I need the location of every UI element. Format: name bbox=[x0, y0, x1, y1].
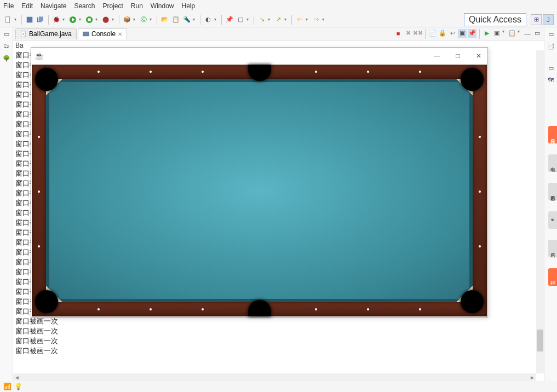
run-icon[interactable] bbox=[68, 15, 78, 25]
open-perspective-icon[interactable]: ⊞ bbox=[531, 14, 542, 25]
chevron-down-icon[interactable]: ▾ bbox=[150, 17, 154, 22]
open-console-icon[interactable]: ▣ bbox=[492, 29, 501, 38]
display-selected-icon[interactable]: ▶ bbox=[483, 29, 491, 38]
chevron-down-icon[interactable]: ▾ bbox=[95, 17, 100, 22]
pool-felt bbox=[46, 79, 473, 302]
chevron-down-icon[interactable]: ▾ bbox=[133, 17, 137, 22]
java-perspective-icon[interactable]: J bbox=[543, 14, 554, 25]
pool-table bbox=[32, 65, 487, 316]
pocket bbox=[35, 290, 58, 313]
vertical-scrollbar[interactable] bbox=[536, 50, 544, 373]
back-icon[interactable]: ⇦ bbox=[295, 15, 305, 25]
close-button[interactable]: ✕ bbox=[473, 52, 484, 60]
menu-search[interactable]: Search bbox=[74, 2, 95, 10]
left-trim-stack: ▭ 🗂 🌳 bbox=[0, 27, 13, 381]
new-package-icon[interactable]: 📦 bbox=[122, 15, 132, 25]
terminate-all-icon[interactable]: ✖ bbox=[404, 29, 412, 38]
java-app-window[interactable]: ☕ — □ ✕ bbox=[31, 47, 488, 318]
chevron-down-icon[interactable]: ▾ bbox=[502, 29, 507, 39]
open-task-icon[interactable]: 📋 bbox=[171, 15, 181, 25]
scroll-lock-icon[interactable]: 🔒 bbox=[438, 29, 447, 38]
chevron-down-icon[interactable]: ▾ bbox=[322, 17, 326, 22]
tab-bar: J BallGame.java Console ✕ ■ ✖ ✖✖ 📄 🔒 ↩ ▣… bbox=[13, 27, 544, 41]
tab-ballgame-java[interactable]: J BallGame.java bbox=[15, 28, 77, 39]
tab-label: Console bbox=[91, 30, 116, 38]
save-all-icon[interactable] bbox=[36, 15, 45, 25]
chevron-down-icon[interactable]: ▾ bbox=[14, 17, 19, 22]
chevron-down-icon[interactable]: ▾ bbox=[62, 17, 67, 22]
scroll-thumb[interactable] bbox=[537, 330, 543, 351]
save-icon[interactable] bbox=[25, 15, 35, 25]
side-tab[interactable]: 购客 bbox=[548, 183, 557, 200]
chevron-down-icon[interactable]: ▾ bbox=[284, 17, 289, 22]
maximize-button[interactable]: □ bbox=[452, 52, 463, 60]
chevron-down-icon[interactable]: ▾ bbox=[306, 17, 310, 22]
minimize-icon[interactable]: — bbox=[523, 29, 532, 38]
maximize-icon[interactable]: ▭ bbox=[533, 29, 542, 38]
external-tools-icon[interactable]: ⬤ bbox=[101, 15, 111, 25]
menu-project[interactable]: Project bbox=[102, 2, 123, 10]
close-icon[interactable]: ✕ bbox=[118, 31, 122, 37]
svg-rect-7 bbox=[88, 18, 90, 21]
svg-text:J: J bbox=[22, 32, 24, 36]
pin-console-icon[interactable]: 📌 bbox=[468, 29, 476, 38]
menu-file[interactable]: File bbox=[3, 2, 14, 10]
tab-console[interactable]: Console ✕ bbox=[78, 28, 127, 39]
scroll-right-icon[interactable]: ► bbox=[530, 374, 535, 381]
coverage-icon[interactable] bbox=[84, 15, 94, 25]
chevron-down-icon[interactable]: ▾ bbox=[214, 17, 219, 22]
package-explorer-icon[interactable]: 🗂 bbox=[2, 42, 11, 50]
side-tab[interactable]: 电 bbox=[548, 154, 557, 172]
tip-icon[interactable]: 💡 bbox=[14, 383, 22, 390]
menu-run[interactable]: Run bbox=[131, 2, 143, 10]
menu-navigate[interactable]: Navigate bbox=[41, 2, 66, 10]
horizontal-scrollbar[interactable] bbox=[13, 373, 536, 381]
console-icon bbox=[83, 31, 89, 37]
new-icon[interactable] bbox=[3, 15, 13, 25]
outline-icon[interactable]: 🗺 bbox=[547, 76, 555, 84]
next-annotation-icon[interactable]: ↘ bbox=[257, 15, 267, 25]
open-type-icon[interactable]: 📂 bbox=[160, 15, 170, 25]
side-tab[interactable]: 程 bbox=[548, 268, 557, 286]
menu-help[interactable]: Help bbox=[182, 2, 196, 10]
remove-launch-icon[interactable]: ✖✖ bbox=[414, 29, 422, 38]
chevron-down-icon[interactable]: ▾ bbox=[246, 17, 251, 22]
java-window-titlebar[interactable]: ☕ — □ ✕ bbox=[31, 48, 487, 64]
svg-rect-1 bbox=[27, 16, 33, 22]
new-console-icon[interactable]: 📋 bbox=[508, 29, 516, 38]
show-console-icon[interactable]: ▣ bbox=[458, 29, 467, 38]
menu-window[interactable]: Window bbox=[151, 2, 174, 10]
console-header-label: Ba bbox=[15, 42, 24, 49]
rss-icon[interactable]: 📶 bbox=[3, 383, 11, 390]
restore-icon[interactable]: ▭ bbox=[547, 30, 555, 38]
task-list-icon[interactable]: 📑 bbox=[547, 42, 555, 50]
search-icon[interactable]: 🔦 bbox=[182, 15, 192, 25]
forward-icon[interactable]: ⇨ bbox=[311, 15, 321, 25]
side-tab[interactable]: 果介 bbox=[548, 126, 557, 143]
restore-icon[interactable]: ▭ bbox=[2, 30, 11, 38]
hierarchy-icon[interactable]: 🌳 bbox=[2, 54, 11, 62]
side-overlay: 果介 电 购客 ¥ 购 程 bbox=[548, 126, 557, 286]
chevron-down-icon[interactable]: ▾ bbox=[268, 17, 272, 22]
chevron-down-icon[interactable]: ▾ bbox=[518, 29, 522, 39]
svg-rect-3 bbox=[39, 16, 44, 21]
new-class-icon[interactable]: Ⓒ bbox=[139, 15, 148, 25]
terminate-icon[interactable]: ■ bbox=[394, 29, 403, 38]
pin-icon[interactable]: 📌 bbox=[225, 15, 234, 25]
word-wrap-icon[interactable]: ↩ bbox=[448, 29, 457, 38]
chevron-down-icon[interactable]: ▾ bbox=[79, 17, 83, 22]
toggle-breadcrumb-icon[interactable]: ◐ bbox=[203, 15, 213, 25]
chevron-down-icon[interactable]: ▾ bbox=[112, 17, 116, 22]
clear-console-icon[interactable]: 📄 bbox=[428, 29, 437, 38]
minimize-button[interactable]: — bbox=[432, 52, 443, 60]
toggle-mark-icon[interactable]: ▢ bbox=[236, 15, 245, 25]
debug-icon[interactable]: 🐞 bbox=[51, 15, 61, 25]
quick-access[interactable]: Quick Access bbox=[464, 13, 526, 26]
side-tab[interactable]: ¥ bbox=[548, 211, 557, 229]
restore2-icon[interactable]: ▭ bbox=[547, 64, 555, 72]
side-tab[interactable]: 购 bbox=[548, 240, 557, 257]
scroll-left-icon[interactable]: ◄ bbox=[14, 374, 20, 381]
prev-annotation-icon[interactable]: ↗ bbox=[273, 15, 283, 25]
menu-edit[interactable]: Edit bbox=[21, 2, 33, 10]
chevron-down-icon[interactable]: ▾ bbox=[193, 17, 197, 22]
